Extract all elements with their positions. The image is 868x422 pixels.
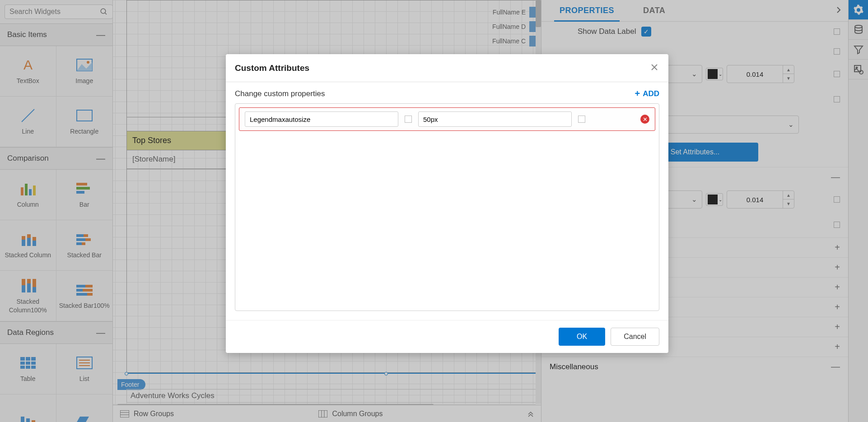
add-attribute-button[interactable]: + ADD bbox=[635, 88, 659, 99]
modal-close-button[interactable] bbox=[649, 61, 659, 74]
close-icon bbox=[651, 64, 658, 70]
delete-attribute-button[interactable]: ✕ bbox=[640, 115, 649, 124]
ok-button[interactable]: OK bbox=[559, 328, 605, 346]
custom-attributes-modal: Custom Attributes Change custom properti… bbox=[226, 54, 668, 353]
attribute-row: ✕ bbox=[239, 107, 655, 131]
modal-title: Custom Attributes bbox=[235, 63, 309, 73]
modal-subtitle: Change custom properties bbox=[235, 89, 325, 98]
attribute-checkbox[interactable] bbox=[578, 116, 585, 123]
cancel-button[interactable]: Cancel bbox=[611, 328, 659, 346]
attribute-list: ✕ bbox=[235, 103, 659, 311]
plus-icon: + bbox=[635, 88, 640, 99]
attribute-checkbox[interactable] bbox=[405, 116, 412, 123]
attribute-value-input[interactable] bbox=[418, 111, 572, 127]
attribute-name-input[interactable] bbox=[245, 111, 398, 127]
close-icon: ✕ bbox=[643, 116, 648, 123]
